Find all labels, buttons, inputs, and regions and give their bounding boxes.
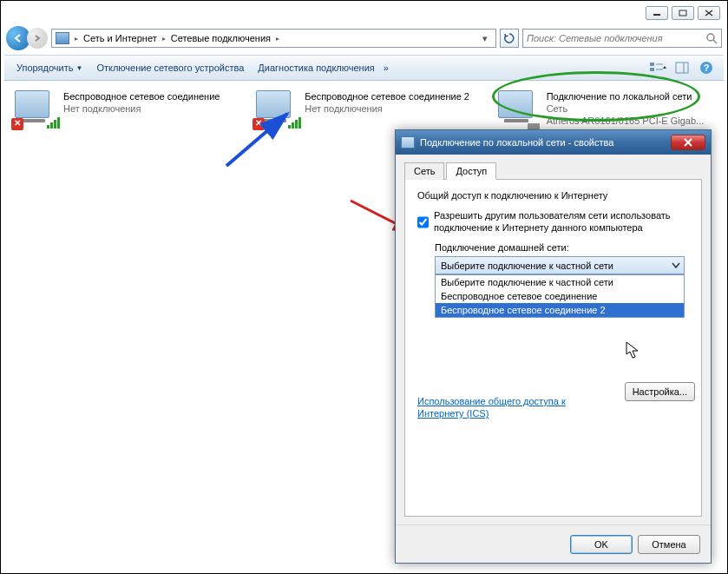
connection-name: Беспроводное сетевое соединение bbox=[63, 90, 220, 102]
diagnose-button[interactable]: Диагностика подключения bbox=[253, 59, 379, 76]
connection-device: Atheros AR8161/8165 PCI-E Gigab... bbox=[547, 115, 705, 127]
connection-status: Нет подключения bbox=[63, 102, 220, 115]
breadcrumb-leaf[interactable]: Сетевые подключения bbox=[171, 33, 271, 43]
connection-item-lan[interactable]: Подключение по локальной сети Сеть Ather… bbox=[498, 90, 713, 127]
connection-status: Нет подключения bbox=[305, 102, 469, 115]
combo-item[interactable]: Беспроводное сетевое соединение bbox=[436, 289, 684, 303]
organize-menu[interactable]: Упорядочить ▼ bbox=[11, 59, 88, 76]
chevron-down-icon: ▼ bbox=[75, 64, 82, 72]
minimize-button[interactable] bbox=[646, 6, 668, 20]
group-title: Общий доступ к подключению к Интернету bbox=[417, 190, 689, 201]
network-adapter-icon bbox=[498, 90, 533, 118]
svg-rect-6 bbox=[650, 63, 654, 66]
organize-label: Упорядочить bbox=[16, 63, 73, 73]
refresh-button[interactable] bbox=[500, 29, 519, 48]
connection-name: Беспроводное сетевое соединение 2 bbox=[305, 90, 469, 102]
connection-network: Сеть bbox=[547, 102, 705, 115]
connection-item-wireless-1[interactable]: ✕ Беспроводное сетевое соединение Нет по… bbox=[15, 90, 230, 127]
search-icon bbox=[705, 32, 718, 44]
allow-sharing-label: Разрешить другим пользователям сети испо… bbox=[434, 209, 689, 234]
chevron-right-icon: ▸ bbox=[276, 35, 279, 43]
disable-device-button[interactable]: Отключение сетевого устройства bbox=[91, 59, 249, 76]
dialog-titlebar[interactable]: Подключение по локальной сети - свойства bbox=[396, 130, 711, 155]
tab-network[interactable]: Сеть bbox=[404, 162, 444, 180]
combo-dropdown-list: Выберите подключение к частной сети Бесп… bbox=[435, 274, 685, 318]
home-network-label: Подключение домашней сети: bbox=[435, 242, 689, 253]
error-badge-icon: ✕ bbox=[11, 118, 23, 130]
search-input[interactable] bbox=[527, 33, 702, 43]
cancel-button[interactable]: Отмена bbox=[638, 535, 700, 554]
properties-dialog: Подключение по локальной сети - свойства… bbox=[395, 129, 712, 564]
maximize-button[interactable] bbox=[672, 6, 694, 20]
address-dropdown[interactable]: ▾ bbox=[478, 33, 492, 44]
preview-pane-button[interactable] bbox=[672, 58, 692, 77]
home-network-combo[interactable]: Выберите подключение к частной сети bbox=[435, 256, 685, 274]
dialog-close-button[interactable] bbox=[671, 135, 705, 150]
svg-rect-10 bbox=[676, 63, 688, 73]
forward-button[interactable] bbox=[27, 28, 48, 49]
combo-item[interactable]: Выберите подключение к частной сети bbox=[436, 275, 684, 289]
tab-sharing[interactable]: Доступ bbox=[446, 162, 496, 180]
network-adapter-icon bbox=[15, 90, 49, 118]
combo-item-highlighted[interactable]: Беспроводное сетевое соединение 2 bbox=[436, 303, 684, 317]
view-options-button[interactable] bbox=[647, 58, 668, 77]
search-box[interactable] bbox=[522, 29, 722, 48]
svg-line-5 bbox=[713, 40, 717, 43]
help-button[interactable]: ? bbox=[696, 58, 717, 77]
svg-rect-7 bbox=[650, 68, 654, 71]
settings-button[interactable]: Настройка... bbox=[625, 382, 695, 401]
svg-rect-1 bbox=[679, 10, 686, 16]
network-icon bbox=[401, 136, 415, 148]
wifi-signal-icon bbox=[47, 117, 60, 129]
wifi-signal-icon bbox=[288, 117, 301, 129]
breadcrumb-root[interactable]: Сеть и Интернет bbox=[83, 33, 157, 43]
ok-button[interactable]: OK bbox=[570, 535, 633, 554]
chevron-down-icon bbox=[672, 261, 680, 270]
dialog-title: Подключение по локальной сети - свойства bbox=[420, 137, 613, 148]
network-adapter-icon bbox=[256, 90, 291, 118]
combo-value: Выберите подключение к частной сети bbox=[441, 261, 613, 271]
svg-point-4 bbox=[707, 34, 714, 41]
address-bar[interactable]: ▸ Сеть и Интернет ▸ Сетевые подключения … bbox=[51, 29, 496, 48]
close-button[interactable] bbox=[698, 6, 720, 20]
chevron-right-icon: ▸ bbox=[162, 35, 166, 43]
toolbar-more[interactable]: » bbox=[384, 63, 389, 73]
chevron-right-icon: ▸ bbox=[75, 35, 78, 43]
connection-name: Подключение по локальной сети bbox=[547, 90, 705, 102]
location-icon bbox=[56, 32, 69, 44]
error-badge-icon: ✕ bbox=[253, 118, 265, 130]
svg-text:?: ? bbox=[704, 63, 710, 73]
connection-item-wireless-2[interactable]: ✕ Беспроводное сетевое соединение 2 Нет … bbox=[256, 90, 471, 127]
ics-help-link[interactable]: Использование общего доступа к Интернету… bbox=[417, 395, 591, 419]
allow-sharing-checkbox[interactable] bbox=[417, 211, 429, 234]
